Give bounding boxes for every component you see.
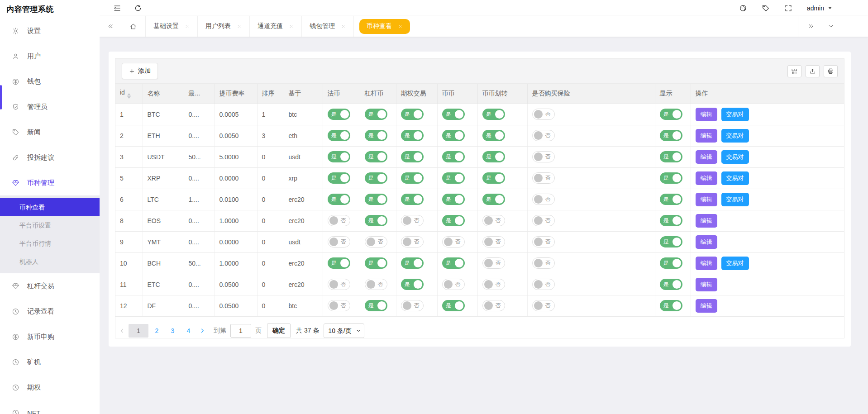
toggle-off[interactable]: 否 bbox=[401, 236, 424, 247]
toggle-on[interactable]: 是 bbox=[442, 109, 465, 120]
sidebar-item[interactable]: 币种管理 bbox=[0, 170, 100, 195]
toggle-off[interactable]: 否 bbox=[532, 194, 555, 205]
toggle-on[interactable]: 是 bbox=[660, 300, 682, 311]
tab[interactable]: 通道充值 bbox=[250, 16, 302, 37]
sidebar-item[interactable]: 管理员 bbox=[0, 94, 100, 119]
next-page-icon[interactable] bbox=[196, 324, 208, 337]
toggle-on[interactable]: 是 bbox=[442, 300, 465, 311]
toggle-on[interactable]: 是 bbox=[442, 130, 465, 141]
toggle-on[interactable]: 是 bbox=[482, 151, 505, 162]
toggle-on[interactable]: 是 bbox=[442, 257, 465, 269]
edit-button[interactable]: 编辑 bbox=[696, 299, 717, 313]
sidebar-item[interactable]: 新闻 bbox=[0, 119, 100, 145]
edit-button[interactable]: 编辑 bbox=[696, 257, 717, 270]
toggle-on[interactable]: 是 bbox=[328, 130, 350, 141]
toggle-on[interactable]: 是 bbox=[365, 257, 387, 269]
sidebar-item[interactable]: 记录查看 bbox=[0, 299, 100, 324]
edit-button[interactable]: 编辑 bbox=[696, 129, 717, 143]
toggle-off[interactable]: 否 bbox=[532, 236, 555, 247]
sidebar-item[interactable]: 用户 bbox=[0, 43, 100, 69]
toggle-off[interactable]: 否 bbox=[532, 257, 555, 269]
toggle-on[interactable]: 是 bbox=[482, 172, 505, 184]
toggle-on[interactable]: 是 bbox=[328, 151, 350, 162]
edit-button[interactable]: 编辑 bbox=[696, 193, 717, 206]
confirm-button[interactable]: 确定 bbox=[267, 324, 291, 338]
toggle-on[interactable]: 是 bbox=[401, 257, 424, 269]
toggle-on[interactable]: 是 bbox=[660, 236, 682, 247]
tab-home[interactable] bbox=[121, 16, 146, 37]
page-size-select[interactable]: 10 条/页 bbox=[324, 324, 364, 338]
toggle-on[interactable]: 是 bbox=[328, 172, 350, 184]
toggle-off[interactable]: 否 bbox=[532, 151, 555, 162]
trading-pair-button[interactable]: 交易对 bbox=[721, 108, 749, 121]
toggle-off[interactable]: 否 bbox=[328, 279, 350, 290]
trading-pair-button[interactable]: 交易对 bbox=[721, 257, 749, 270]
toggle-off[interactable]: 否 bbox=[328, 236, 350, 247]
tab-close-icon[interactable] bbox=[185, 24, 190, 29]
toggle-on[interactable]: 是 bbox=[328, 109, 350, 120]
toggle-on[interactable]: 是 bbox=[660, 194, 682, 205]
toggle-on[interactable]: 是 bbox=[442, 194, 465, 205]
toggle-off[interactable]: 否 bbox=[482, 279, 505, 290]
toggle-on[interactable]: 是 bbox=[401, 151, 424, 162]
toggle-off[interactable]: 否 bbox=[532, 215, 555, 226]
trading-pair-button[interactable]: 交易对 bbox=[721, 193, 749, 206]
add-button[interactable]: 添加 bbox=[122, 63, 158, 79]
tab-close-icon[interactable] bbox=[237, 24, 242, 29]
toggle-on[interactable]: 是 bbox=[482, 194, 505, 205]
toggle-off[interactable]: 否 bbox=[401, 300, 424, 311]
toggle-off[interactable]: 否 bbox=[532, 172, 555, 184]
toggle-off[interactable]: 否 bbox=[482, 300, 505, 311]
toggle-off[interactable]: 否 bbox=[401, 215, 424, 226]
toggle-on[interactable]: 是 bbox=[365, 215, 387, 226]
tag-icon[interactable] bbox=[762, 4, 770, 12]
trading-pair-button[interactable]: 交易对 bbox=[721, 171, 749, 185]
toggle-off[interactable]: 否 bbox=[532, 300, 555, 311]
sidebar-item[interactable]: NFT bbox=[0, 400, 100, 414]
toggle-on[interactable]: 是 bbox=[328, 257, 350, 269]
toggle-on[interactable]: 是 bbox=[482, 130, 505, 141]
toggle-on[interactable]: 是 bbox=[442, 172, 465, 184]
toggle-on[interactable]: 是 bbox=[328, 194, 350, 205]
page-number[interactable]: 4 bbox=[181, 324, 196, 338]
toggle-on[interactable]: 是 bbox=[442, 151, 465, 162]
toggle-on[interactable]: 是 bbox=[660, 257, 682, 269]
refresh-icon[interactable] bbox=[134, 4, 142, 12]
tab[interactable]: 用户列表 bbox=[198, 16, 250, 37]
tab-close-icon[interactable] bbox=[289, 24, 294, 29]
columns-toggle-button[interactable] bbox=[787, 65, 801, 77]
toggle-on[interactable]: 是 bbox=[401, 172, 424, 184]
tab[interactable]: 基础设置 bbox=[146, 16, 198, 37]
sidebar-subitem[interactable]: 币种查看 bbox=[0, 198, 100, 216]
toggle-on[interactable]: 是 bbox=[401, 109, 424, 120]
edit-button[interactable]: 编辑 bbox=[696, 214, 717, 228]
toggle-off[interactable]: 否 bbox=[328, 300, 350, 311]
toggle-off[interactable]: 否 bbox=[532, 109, 555, 120]
sidebar-subitem[interactable]: 机器人 bbox=[0, 252, 100, 271]
sidebar-item[interactable]: 杠杆交易 bbox=[0, 273, 100, 299]
toggle-on[interactable]: 是 bbox=[401, 194, 424, 205]
toggle-on[interactable]: 是 bbox=[660, 279, 682, 290]
toggle-on[interactable]: 是 bbox=[660, 151, 682, 162]
sidebar-subitem[interactable]: 平台币设置 bbox=[0, 216, 100, 234]
sidebar-item[interactable]: 新币申购 bbox=[0, 324, 100, 349]
toggle-on[interactable]: 是 bbox=[401, 130, 424, 141]
tab[interactable]: 币种查看 bbox=[359, 19, 410, 34]
sidebar-scrollbar-thumb[interactable] bbox=[0, 85, 2, 109]
toggle-off[interactable]: 否 bbox=[482, 257, 505, 269]
toggle-on[interactable]: 是 bbox=[660, 215, 682, 226]
trading-pair-button[interactable]: 交易对 bbox=[721, 129, 749, 143]
edit-button[interactable]: 编辑 bbox=[696, 150, 717, 164]
tabs-scroll-left-icon[interactable] bbox=[100, 16, 121, 37]
sidebar-subitem[interactable]: 平台币行情 bbox=[0, 234, 100, 252]
trading-pair-button[interactable]: 交易对 bbox=[721, 150, 749, 164]
toggle-on[interactable]: 是 bbox=[660, 109, 682, 120]
toggle-on[interactable]: 是 bbox=[365, 109, 387, 120]
page-number[interactable]: 2 bbox=[149, 324, 164, 338]
toggle-off[interactable]: 否 bbox=[365, 236, 387, 247]
toggle-off[interactable]: 否 bbox=[442, 236, 465, 247]
toggle-off[interactable]: 否 bbox=[442, 279, 465, 290]
toggle-on[interactable]: 是 bbox=[660, 130, 682, 141]
export-button[interactable] bbox=[806, 65, 820, 77]
theme-palette-icon[interactable] bbox=[739, 4, 747, 12]
